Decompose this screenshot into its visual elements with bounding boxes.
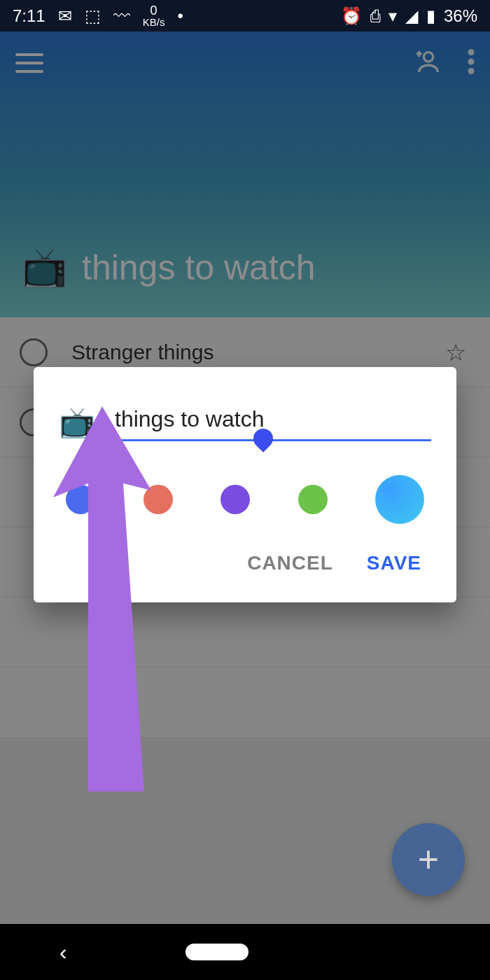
dialog-emoji-button[interactable]: 📺 xyxy=(59,405,95,439)
mail-icon: ✉ xyxy=(58,6,72,26)
alarm-icon: ⏰ xyxy=(341,6,362,26)
plus-icon: + xyxy=(418,838,439,881)
netspeed-indicator: 0 KB/s xyxy=(143,4,165,27)
dot-icon: • xyxy=(177,6,183,26)
battery-percent: 36% xyxy=(444,6,477,26)
screen: 7:11 ✉ ⬚ 〰 0 KB/s • ⏰ ⎙ ▾ ◢ ▮ 36% xyxy=(0,0,490,980)
color-option-green[interactable] xyxy=(298,485,328,514)
color-option-lightblue-selected[interactable] xyxy=(375,475,424,524)
rename-list-dialog: 📺 CANCEL SAVE xyxy=(34,367,456,602)
mustache-icon: 〰 xyxy=(113,6,130,26)
signal-icon: ◢ xyxy=(405,6,418,26)
wifi-icon: ▾ xyxy=(388,6,397,26)
save-button[interactable]: SAVE xyxy=(364,545,424,581)
status-bar: 7:11 ✉ ⬚ 〰 0 KB/s • ⏰ ⎙ ▾ ◢ ▮ 36% xyxy=(0,0,490,32)
clock: 7:11 xyxy=(13,6,46,26)
color-option-blue[interactable] xyxy=(66,485,95,514)
cast-icon: ⎙ xyxy=(370,6,380,26)
color-option-red[interactable] xyxy=(144,485,173,514)
add-fab[interactable]: + xyxy=(392,823,465,896)
color-option-purple[interactable] xyxy=(220,485,250,514)
inbox-icon: ⬚ xyxy=(85,6,101,26)
system-nav-bar: ‹ xyxy=(0,924,490,980)
cancel-button[interactable]: CANCEL xyxy=(244,545,336,581)
color-picker xyxy=(59,462,431,545)
home-button[interactable] xyxy=(186,944,248,960)
battery-icon: ▮ xyxy=(426,6,435,26)
back-button[interactable]: ‹ xyxy=(59,939,67,965)
